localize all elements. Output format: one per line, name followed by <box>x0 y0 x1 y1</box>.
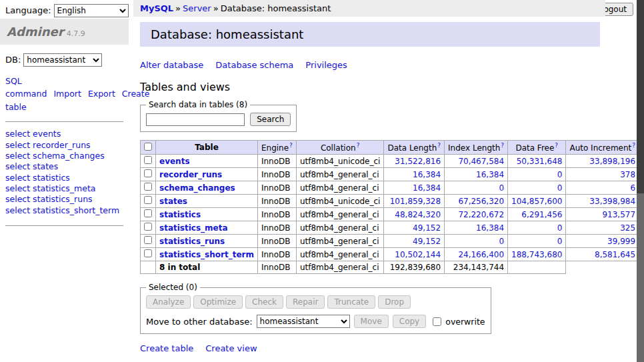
auto-increment-link-statistics-meta[interactable]: 325 <box>620 223 635 233</box>
truncate-button[interactable]: Truncate <box>327 295 375 309</box>
language-select[interactable]: English <box>54 4 129 17</box>
data-length-link-states[interactable]: 101,859,328 <box>390 197 441 206</box>
row-checkbox-recorder-runs[interactable] <box>144 169 152 177</box>
overwrite-checkbox[interactable] <box>433 317 441 326</box>
table-link-schema-changes[interactable]: schema_changes <box>159 183 235 193</box>
index-length-cell: 70,467,584 <box>445 155 508 168</box>
sidebar-link-export[interactable]: Export <box>88 89 115 99</box>
column-header-auto-increment: Auto Increment? <box>566 141 639 155</box>
index-length-link-statistics[interactable]: 72,220,672 <box>458 210 504 219</box>
search-button[interactable]: Search <box>250 113 291 126</box>
db-action-privileges[interactable]: Privileges <box>305 60 347 70</box>
db-selector-row: DB:homeassistant <box>5 53 123 67</box>
data-length-link-statistics[interactable]: 48,824,320 <box>395 210 441 219</box>
column-header-table: Table <box>156 141 258 155</box>
auto-increment-link-events[interactable]: 33,898,196 <box>589 157 635 166</box>
data-length-link-statistics-runs[interactable]: 49,152 <box>413 237 441 246</box>
row-checkbox-statistics-short-term[interactable] <box>144 249 152 257</box>
breadcrumb-mysql-link[interactable]: MySQL <box>140 3 173 13</box>
main-content: Database: homeassistant Alter databaseDa… <box>133 17 637 362</box>
help-link[interactable]: ? <box>289 142 293 149</box>
table-link-states[interactable]: states <box>159 197 187 206</box>
data-free-link-statistics-short-term[interactable]: 188,743,680 <box>511 250 562 259</box>
table-name-cell: statistics_runs <box>156 235 258 248</box>
optimize-button[interactable]: Optimize <box>193 295 243 309</box>
row-checkbox-states[interactable] <box>144 196 152 204</box>
data-free-link-statistics-runs[interactable]: 0 <box>557 237 563 246</box>
create-link-create-view[interactable]: Create view <box>205 343 257 353</box>
row-checkbox-events[interactable] <box>144 156 152 164</box>
db-action-alter-database[interactable]: Alter database <box>140 60 203 70</box>
row-checkbox-statistics-runs[interactable] <box>144 236 152 244</box>
copy-button[interactable]: Copy <box>393 315 426 328</box>
data-free-link-statistics-meta[interactable]: 0 <box>557 223 563 233</box>
table-link-events[interactable]: events <box>159 157 190 166</box>
table-link-statistics[interactable]: statistics <box>159 210 201 219</box>
scrollbar[interactable] <box>637 0 644 362</box>
table-link-recorder-runs[interactable]: recorder_runs <box>159 170 222 179</box>
table-link-statistics-runs[interactable]: statistics_runs <box>159 237 225 246</box>
data-free-link-recorder-runs[interactable]: 0 <box>557 170 563 179</box>
create-link-create-table[interactable]: Create table <box>140 343 193 353</box>
row-checkbox-schema-changes[interactable] <box>144 183 152 191</box>
search-input[interactable] <box>146 113 245 126</box>
sidebar-table-link-select-states[interactable]: select states <box>5 161 123 172</box>
analyze-button[interactable]: Analyze <box>146 295 191 309</box>
table-name-cell: statistics_short_term <box>156 248 258 261</box>
auto-increment-link-statistics[interactable]: 913,577 <box>602 210 635 219</box>
auto-increment-link-statistics-runs[interactable]: 39,999 <box>607 237 635 246</box>
overwrite-option[interactable]: overwrite <box>430 315 485 328</box>
breadcrumb-server-link[interactable]: Server <box>183 3 211 13</box>
check-button[interactable]: Check <box>245 295 283 309</box>
sidebar-table-link-select-statistics-short-term[interactable]: select statistics_short_term <box>5 205 123 216</box>
auto-increment-link-recorder-runs[interactable]: 378 <box>620 170 635 179</box>
move-database-select[interactable]: homeassistant <box>257 315 350 328</box>
auto-increment-link-schema-changes[interactable]: 6 <box>630 183 635 193</box>
auto-increment-cell: 39,999 <box>566 235 639 248</box>
move-button[interactable]: Move <box>354 315 389 328</box>
drop-button[interactable]: Drop <box>378 295 411 309</box>
help-link[interactable]: ? <box>501 142 504 149</box>
sidebar-table-link-select-statistics-meta[interactable]: select statistics_meta <box>5 183 123 194</box>
data-length-link-recorder-runs[interactable]: 16,384 <box>413 170 441 179</box>
data-free-link-statistics[interactable]: 6,291,456 <box>521 210 562 219</box>
select-all-checkbox[interactable] <box>144 143 152 151</box>
sidebar-link-sql-command[interactable]: SQL command <box>5 76 47 99</box>
data-free-link-schema-changes[interactable]: 0 <box>557 183 563 193</box>
index-length-link-schema-changes[interactable]: 0 <box>499 183 504 193</box>
sidebar-table-link-select-events[interactable]: select events <box>5 129 123 139</box>
data-length-link-statistics-short-term[interactable]: 10,502,144 <box>395 250 441 259</box>
data-length-link-schema-changes[interactable]: 16,384 <box>413 183 441 193</box>
sidebar-table-link-select-statistics-runs[interactable]: select statistics_runs <box>5 194 123 205</box>
sidebar-table-link-select-recorder-runs[interactable]: select recorder_runs <box>5 140 123 151</box>
help-link[interactable]: ? <box>632 142 635 149</box>
sidebar-table-link-select-schema-changes[interactable]: select schema_changes <box>5 151 123 161</box>
db-select[interactable]: homeassistant <box>23 53 102 67</box>
auto-increment-link-states[interactable]: 33,398,984 <box>589 197 635 206</box>
index-length-link-statistics-runs[interactable]: 0 <box>499 237 504 246</box>
row-checkbox-statistics-meta[interactable] <box>144 223 152 231</box>
sidebar-table-link-select-statistics[interactable]: select statistics <box>5 173 123 183</box>
index-length-link-events[interactable]: 70,467,584 <box>458 157 504 166</box>
data-free-link-events[interactable]: 50,331,648 <box>517 157 563 166</box>
row-checkbox-statistics[interactable] <box>144 209 152 217</box>
index-length-link-states[interactable]: 67,256,320 <box>458 197 504 206</box>
scrollbar-thumb[interactable] <box>637 0 644 193</box>
index-length-link-statistics-short-term[interactable]: 24,166,400 <box>458 250 504 259</box>
db-action-database-schema[interactable]: Database schema <box>215 60 293 70</box>
help-link[interactable]: ? <box>357 142 360 149</box>
help-link[interactable]: ? <box>555 142 558 149</box>
sidebar-link-import[interactable]: Import <box>53 89 81 99</box>
data-free-link-states[interactable]: 104,857,600 <box>511 197 562 206</box>
table-row-recorder-runs: recorder_runsInnoDButf8mb4_general_ci16,… <box>141 168 644 181</box>
data-length-link-events[interactable]: 31,522,816 <box>395 157 441 166</box>
help-link[interactable]: ? <box>437 142 441 149</box>
auto-increment-link-statistics-short-term[interactable]: 8,581,645 <box>595 250 635 259</box>
data-length-link-statistics-meta[interactable]: 49,152 <box>413 223 441 233</box>
index-length-link-recorder-runs[interactable]: 16,384 <box>476 170 504 179</box>
table-link-statistics-meta[interactable]: statistics_meta <box>159 223 228 233</box>
index-length-link-statistics-meta[interactable]: 16,384 <box>476 223 504 233</box>
table-link-statistics-short-term[interactable]: statistics_short_term <box>159 250 254 259</box>
table-name-cell: events <box>156 155 258 168</box>
repair-button[interactable]: Repair <box>286 295 325 309</box>
